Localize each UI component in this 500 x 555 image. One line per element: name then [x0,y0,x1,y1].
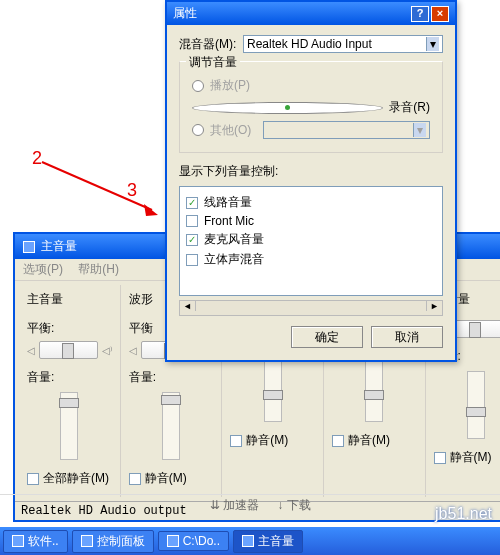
control-item-label: 麦克风音量 [204,231,264,248]
mixer-select-value: Realtek HD Audio Input [247,37,372,51]
mute-checkbox[interactable] [434,452,446,464]
taskbar-button-label: 软件.. [28,533,59,550]
properties-title-text: 属性 [173,5,197,22]
control-list-item[interactable]: 线路音量 [186,194,436,211]
download-link[interactable]: ↓ 下载 [277,497,310,514]
mute-label: 全部静音(M) [43,470,109,487]
annotation-2: 2 [32,148,42,169]
annotation-3: 3 [127,180,137,201]
volume-slider[interactable] [467,371,485,439]
controls-listbox[interactable]: 线路音量Front Mic麦克风音量立体声混音 [179,186,443,296]
volume-column: 主音量平衡:◁◁⁾音量:全部静音(M) [19,285,121,497]
taskbar-button-label: 控制面板 [97,533,145,550]
taskbar-app-icon [12,535,24,547]
checkbox-icon [186,197,198,209]
mixer-label: 混音器(M): [179,36,237,53]
speaker-left-icon: ◁ [27,345,35,356]
radio-record[interactable]: 录音(R) [192,99,430,116]
control-item-label: 立体声混音 [204,251,264,268]
show-controls-label: 显示下列音量控制: [179,163,443,180]
control-list-item[interactable]: 立体声混音 [186,251,436,268]
taskbar: 软件..控制面板C:\Do..主音量 [0,527,500,555]
ok-button[interactable]: 确定 [291,326,363,348]
properties-titlebar[interactable]: 属性 ? × [167,2,455,25]
mute-label: 静音(M) [246,432,288,449]
titlebar-close-button[interactable]: × [431,6,449,22]
mute-checkbox[interactable] [230,435,242,447]
accelerator-link[interactable]: ⇊ 加速器 [210,497,259,514]
radio-icon [192,124,204,136]
taskbar-button[interactable]: 控制面板 [72,530,154,553]
volume-slider[interactable] [264,354,282,422]
radio-other: 其他(O) ▾ [192,121,430,139]
mute-checkbox[interactable] [27,473,39,485]
menu-options[interactable]: 选项(P) [23,262,63,276]
speaker-left-icon: ◁ [129,345,137,356]
balance-slider[interactable]: ◁◁⁾ [27,341,112,359]
mute-label: 静音(M) [348,432,390,449]
watermark: jb51.net [435,505,492,523]
other-select: ▾ [263,121,430,139]
mute-checkbox[interactable] [332,435,344,447]
control-item-label: 线路音量 [204,194,252,211]
taskbar-button[interactable]: 主音量 [233,530,303,553]
volume-slider[interactable] [365,354,383,422]
volume-slider[interactable] [162,392,180,460]
checkbox-icon [186,254,198,266]
cancel-button[interactable]: 取消 [371,326,443,348]
svg-marker-1 [144,204,158,216]
control-list-item[interactable]: Front Mic [186,214,436,228]
radio-icon [192,80,204,92]
properties-dialog: 属性 ? × 混音器(M): Realtek HD Audio Input ▾ … [165,0,457,362]
titlebar-help-button[interactable]: ? [411,6,429,22]
taskbar-button[interactable]: 软件.. [3,530,68,553]
volume-label: 音量: [27,369,112,386]
mute-checkbox[interactable] [129,473,141,485]
chevron-down-icon: ▾ [413,123,426,137]
mute-label: 静音(M) [145,470,187,487]
listbox-hscrollbar[interactable] [179,300,443,316]
control-list-item[interactable]: 麦克风音量 [186,231,436,248]
volume-slider[interactable] [60,392,78,460]
mixer-select[interactable]: Realtek HD Audio Input ▾ [243,35,443,53]
taskbar-app-icon [81,535,93,547]
control-item-label: Front Mic [204,214,254,228]
menu-help[interactable]: 帮助(H) [78,262,119,276]
chevron-down-icon: ▾ [426,37,439,51]
column-title: 主音量 [27,291,112,308]
taskbar-button-label: C:\Do.. [183,534,220,548]
browser-toolbar: ⇊ 加速器 ↓ 下载 [0,494,500,516]
taskbar-button-label: 主音量 [258,533,294,550]
taskbar-app-icon [167,535,179,547]
mute-label: 静音(M) [450,449,492,466]
volume-title-text: 主音量 [41,238,77,255]
volume-app-icon [23,241,35,253]
volume-label: 音量: [129,369,214,386]
speaker-right-icon: ◁⁾ [102,345,112,356]
taskbar-app-icon [242,535,254,547]
radio-icon [192,102,383,114]
adjust-volume-group: 调节音量 播放(P) 录音(R) 其他(O) ▾ [179,61,443,153]
adjust-group-label: 调节音量 [186,54,240,71]
balance-label: 平衡: [27,320,112,337]
radio-playback: 播放(P) [192,77,430,94]
taskbar-button[interactable]: C:\Do.. [158,531,229,551]
checkbox-icon [186,215,198,227]
arrow-annotation [40,160,158,225]
checkbox-icon [186,234,198,246]
